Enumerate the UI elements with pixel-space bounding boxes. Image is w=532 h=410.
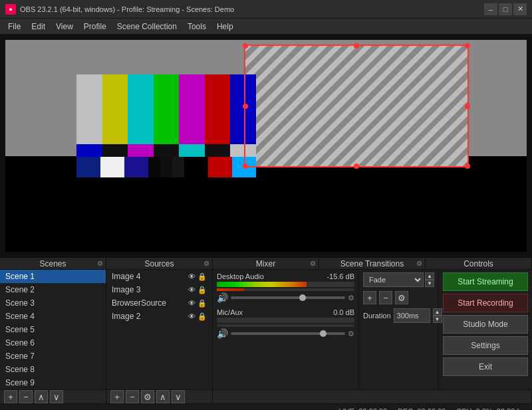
source-image4[interactable]: Image 4 👁 🔒 bbox=[106, 270, 212, 283]
sources-down-button[interactable]: ∨ bbox=[172, 390, 185, 403]
mixer-config-icon[interactable]: ⚙ bbox=[310, 260, 316, 267]
source-lock-icon2[interactable]: 🔒 bbox=[198, 286, 207, 294]
cb-bot-white bbox=[100, 157, 124, 177]
cb-bot-black3 bbox=[172, 157, 184, 177]
menu-tools[interactable]: Tools bbox=[182, 19, 211, 34]
mic-aux-meter2 bbox=[217, 324, 354, 327]
scene-item-2[interactable]: Scene 2 bbox=[0, 283, 106, 296]
duration-input[interactable] bbox=[394, 308, 430, 323]
source-lock-icon4[interactable]: 🔒 bbox=[198, 312, 207, 321]
source-eye-icon2[interactable]: 👁 bbox=[188, 286, 196, 294]
transitions-config-icon[interactable]: ⚙ bbox=[416, 260, 422, 267]
window-controls: – □ ✕ bbox=[484, 3, 527, 15]
sources-add-button[interactable]: + bbox=[110, 390, 124, 403]
source-eye-icon3[interactable]: 👁 bbox=[188, 299, 196, 308]
source-lock-icon3[interactable]: 🔒 bbox=[198, 299, 207, 308]
cb-bot-blue bbox=[76, 157, 100, 177]
source-image2[interactable]: Image 2 👁 🔒 bbox=[106, 310, 212, 323]
scenes-down-button[interactable]: ∨ bbox=[50, 390, 63, 403]
status-bar: LIVE: 00:00:00 REC: 00:00:00 CPU: 0.8%, … bbox=[0, 403, 532, 410]
scenes-up-button[interactable]: ∧ bbox=[35, 390, 48, 403]
transition-buttons: + − ⚙ bbox=[363, 291, 434, 304]
desktop-audio-meter bbox=[217, 282, 354, 287]
maximize-button[interactable]: □ bbox=[499, 3, 512, 15]
transition-spin-dn[interactable]: ▼ bbox=[425, 280, 434, 287]
close-button[interactable]: ✕ bbox=[513, 3, 527, 15]
settings-button[interactable]: Settings bbox=[443, 336, 528, 355]
transitions-panel: Fade Cut Swipe ▲ ▼ + − ⚙ Duration ▲ bbox=[359, 270, 439, 389]
transition-spin: ▲ ▼ bbox=[425, 272, 434, 287]
duration-row: Duration ▲ ▼ bbox=[363, 308, 434, 323]
scene-item-7[interactable]: Scene 7 bbox=[0, 350, 106, 363]
sources-remove-button[interactable]: − bbox=[126, 390, 139, 403]
cb-mid-dark3 bbox=[205, 144, 231, 157]
mic-aux-volume-slider[interactable] bbox=[231, 332, 345, 335]
mic-aux-slider-thumb[interactable] bbox=[320, 330, 327, 337]
scene-item-1[interactable]: Scene 1 bbox=[0, 270, 106, 283]
transition-config-button[interactable]: ⚙ bbox=[395, 291, 408, 304]
cb-yellow bbox=[102, 74, 128, 144]
mic-aux-mute-icon[interactable]: 🔊 bbox=[217, 328, 228, 339]
start-streaming-button[interactable]: Start Streaming bbox=[443, 272, 528, 291]
source-image3[interactable]: Image 3 👁 🔒 bbox=[106, 283, 212, 296]
source-browser[interactable]: BrowserSource 👁 🔒 bbox=[106, 296, 212, 310]
menu-file[interactable]: File bbox=[3, 19, 26, 34]
scene-item-3[interactable]: Scene 3 bbox=[0, 296, 106, 310]
scene-item-5[interactable]: Scene 5 bbox=[0, 323, 106, 336]
minimize-button[interactable]: – bbox=[484, 3, 497, 15]
rec-status: REC: 00:00:00 bbox=[398, 407, 446, 411]
scenes-panel: Scene 1 Scene 2 Scene 3 Scene 4 Scene 5 … bbox=[0, 270, 106, 389]
sources-panel-header: Sources ⚙ bbox=[106, 258, 213, 269]
sources-config-btn[interactable]: ⚙ bbox=[141, 390, 154, 403]
menu-scene-collection[interactable]: Scene Collection bbox=[112, 19, 182, 34]
menu-help[interactable]: Help bbox=[211, 19, 239, 34]
transition-type-select[interactable]: Fade Cut Swipe bbox=[363, 272, 424, 287]
transition-spin-up[interactable]: ▲ bbox=[425, 272, 434, 280]
scene-item-9[interactable]: Scene 9 bbox=[0, 376, 106, 389]
scenes-remove-button[interactable]: − bbox=[19, 390, 33, 403]
desktop-audio-volume-slider[interactable] bbox=[231, 296, 345, 299]
scene-item-8[interactable]: Scene 8 bbox=[0, 363, 106, 376]
browser-source-preview bbox=[244, 45, 469, 167]
exit-button[interactable]: Exit bbox=[443, 358, 528, 376]
sources-config-icon[interactable]: ⚙ bbox=[203, 260, 209, 267]
menu-edit[interactable]: Edit bbox=[26, 19, 51, 34]
color-bars-bottom bbox=[76, 157, 256, 177]
scenes-add-button[interactable]: + bbox=[4, 390, 17, 403]
mixer-panel-header: Mixer ⚙ bbox=[213, 258, 319, 269]
desktop-audio-slider-thumb[interactable] bbox=[299, 294, 306, 301]
obs-icon: ● bbox=[5, 4, 16, 15]
desktop-audio-mute-icon[interactable]: 🔊 bbox=[217, 292, 228, 303]
cb-magenta bbox=[179, 74, 205, 144]
cb-mid-blue bbox=[76, 144, 102, 157]
desktop-audio-channel: Desktop Audio -15.6 dB 🔊 ⚙ bbox=[217, 272, 354, 303]
controls-panel-header: Controls bbox=[426, 258, 532, 269]
menu-profile[interactable]: Profile bbox=[78, 19, 112, 34]
preview-area bbox=[0, 35, 532, 257]
cb-bot-black1 bbox=[148, 157, 160, 177]
scenes-config-icon[interactable]: ⚙ bbox=[97, 260, 103, 267]
title-bar: ● OBS 23.2.1 (64-bit, windows) - Profile… bbox=[0, 0, 532, 19]
source-eye-icon[interactable]: 👁 bbox=[188, 272, 196, 281]
window-title: OBS 23.2.1 (64-bit, windows) - Profile: … bbox=[20, 5, 484, 13]
mic-aux-controls: 🔊 ⚙ bbox=[217, 328, 354, 339]
color-bars-source[interactable] bbox=[76, 74, 256, 177]
mic-aux-settings-icon[interactable]: ⚙ bbox=[348, 330, 354, 338]
scene-item-6[interactable]: Scene 6 bbox=[0, 336, 106, 350]
desktop-audio-settings-icon[interactable]: ⚙ bbox=[348, 294, 354, 302]
sources-up-button[interactable]: ∧ bbox=[156, 390, 170, 403]
desktop-audio-meter2 bbox=[217, 288, 354, 291]
scene-item-4[interactable]: Scene 4 bbox=[0, 310, 106, 323]
source-eye-icon4[interactable]: 👁 bbox=[188, 312, 196, 321]
cb-mid-cyan bbox=[179, 144, 205, 157]
cb-bot-bluish bbox=[124, 157, 148, 177]
mic-aux-meter bbox=[217, 318, 354, 323]
scenes-panel-header: Scenes ⚙ bbox=[0, 258, 106, 269]
studio-mode-button[interactable]: Studio Mode bbox=[443, 315, 528, 334]
start-recording-button[interactable]: Start Recording bbox=[443, 294, 528, 312]
transition-remove-button[interactable]: − bbox=[379, 291, 392, 304]
menu-view[interactable]: View bbox=[51, 19, 78, 34]
source-lock-icon[interactable]: 🔒 bbox=[198, 272, 207, 281]
transition-add-button[interactable]: + bbox=[363, 291, 376, 304]
panel-headers: Scenes ⚙ Sources ⚙ Mixer ⚙ Scene Transit… bbox=[0, 257, 532, 270]
